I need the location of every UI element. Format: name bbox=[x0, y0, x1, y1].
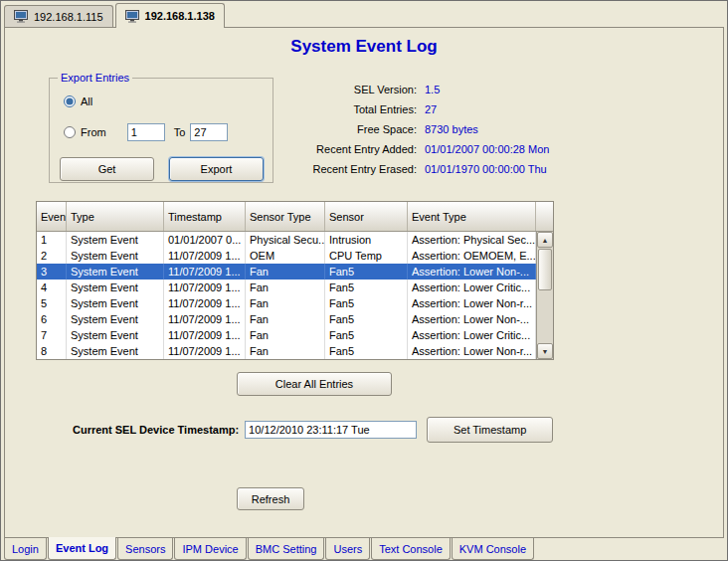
top-tab-192.168.1.138[interactable]: 192.168.1.138 bbox=[115, 3, 225, 28]
sel-info-label: Recent Entry Erased: bbox=[295, 163, 417, 175]
column-header-event-type[interactable]: Event Type bbox=[408, 202, 536, 231]
export-entries-group-label: Export Entries bbox=[58, 72, 132, 84]
column-header-sensor-type[interactable]: Sensor Type bbox=[246, 202, 325, 231]
table-vertical-scrollbar[interactable]: ▲ ▼ bbox=[536, 232, 553, 359]
export-entries-group: Export Entries All From To Get Export bbox=[49, 72, 273, 183]
table-cell: System Event bbox=[67, 311, 164, 327]
table-cell: Fan bbox=[246, 327, 325, 343]
top-tab-label: 192.168.1.115 bbox=[34, 11, 103, 23]
top-tab-192.168.1.115[interactable]: 192.168.1.115 bbox=[4, 5, 113, 27]
main-panel: System Event Log Export Entries All From… bbox=[4, 27, 724, 538]
tab-sensors[interactable]: Sensors bbox=[117, 538, 173, 560]
from-input[interactable] bbox=[127, 123, 165, 141]
timestamp-input[interactable] bbox=[245, 421, 417, 439]
event-table-body: 1System Event01/01/2007 0...Physical Sec… bbox=[37, 232, 536, 359]
scroll-down-icon[interactable]: ▼ bbox=[537, 343, 553, 359]
table-cell: Assertion: Lower Non-... bbox=[408, 264, 536, 280]
table-cell: 7 bbox=[37, 327, 67, 343]
table-cell: 11/07/2009 1... bbox=[164, 343, 246, 359]
column-header-type[interactable]: Type bbox=[67, 202, 164, 231]
all-radio[interactable] bbox=[64, 95, 76, 107]
table-row[interactable]: 7System Event11/07/2009 1...FanFan5Asser… bbox=[37, 327, 536, 343]
monitor-icon bbox=[125, 10, 140, 23]
table-cell: 5 bbox=[37, 295, 67, 311]
from-radio-option[interactable]: From bbox=[64, 126, 106, 138]
event-table-header: EventTypeTimestampSensor TypeSensorEvent… bbox=[37, 202, 553, 232]
sel-info-value: 01/01/2007 00:00:28 Mon bbox=[425, 143, 549, 155]
sel-info-label: Recent Entry Added: bbox=[295, 143, 417, 155]
sel-info-row: Free Space:8730 bytes bbox=[295, 119, 549, 139]
sel-info-row: Total Entries:27 bbox=[295, 99, 549, 119]
clear-all-entries-button[interactable]: Clear All Entries bbox=[237, 372, 392, 396]
table-row[interactable]: 6System Event11/07/2009 1...FanFan5Asser… bbox=[37, 311, 536, 327]
table-cell: 6 bbox=[37, 311, 67, 327]
table-cell: Assertion: Lower Critic... bbox=[408, 327, 536, 343]
table-cell: 8 bbox=[37, 343, 67, 359]
tab-bmc-setting[interactable]: BMC Setting bbox=[248, 538, 325, 560]
sel-info-value: 8730 bytes bbox=[425, 123, 478, 135]
tab-login[interactable]: Login bbox=[4, 538, 47, 560]
table-cell: 11/07/2009 1... bbox=[164, 248, 246, 264]
table-row[interactable]: 4System Event11/07/2009 1...FanFan5Asser… bbox=[37, 280, 536, 295]
sel-info-label: Total Entries: bbox=[295, 103, 417, 115]
sel-info-label: SEL Version: bbox=[295, 84, 417, 95]
table-cell: Assertion: Lower Critic... bbox=[408, 280, 536, 295]
tab-ipm-device[interactable]: IPM Device bbox=[174, 538, 246, 560]
from-radio[interactable] bbox=[64, 126, 76, 138]
tab-event-log[interactable]: Event Log bbox=[48, 537, 116, 560]
table-row[interactable]: 1System Event01/01/2007 0...Physical Sec… bbox=[37, 232, 536, 248]
tab-users[interactable]: Users bbox=[325, 538, 370, 560]
table-cell: Fan bbox=[246, 343, 325, 359]
table-cell: 11/07/2009 1... bbox=[164, 280, 246, 295]
refresh-button[interactable]: Refresh bbox=[237, 487, 304, 510]
table-cell: Intrusion bbox=[325, 232, 408, 248]
top-tab-strip: 192.168.1.115192.168.1.138 bbox=[1, 1, 727, 27]
tab-text-console[interactable]: Text Console bbox=[371, 538, 451, 560]
table-row[interactable]: 8System Event11/07/2009 1...FanFan5Asser… bbox=[37, 343, 536, 359]
table-cell: CPU Temp bbox=[325, 248, 408, 264]
export-button[interactable]: Export bbox=[169, 157, 264, 181]
table-cell: System Event bbox=[67, 232, 164, 248]
tab-kvm-console[interactable]: KVM Console bbox=[452, 538, 534, 560]
table-cell: 11/07/2009 1... bbox=[164, 327, 246, 343]
table-cell: System Event bbox=[67, 295, 164, 311]
timestamp-row: Current SEL Device Timestamp: Set Timest… bbox=[73, 417, 553, 443]
table-cell: Fan5 bbox=[325, 327, 408, 343]
sel-info-panel: SEL Version:1.5Total Entries:27Free Spac… bbox=[295, 80, 549, 179]
table-row[interactable]: 5System Event11/07/2009 1...FanFan5Asser… bbox=[37, 295, 536, 311]
event-table: EventTypeTimestampSensor TypeSensorEvent… bbox=[36, 201, 554, 360]
sel-info-value: 1.5 bbox=[425, 84, 440, 95]
top-tab-label: 192.168.1.138 bbox=[145, 10, 215, 22]
table-cell: System Event bbox=[67, 248, 164, 264]
scrollbar-thumb[interactable] bbox=[538, 249, 552, 290]
get-button[interactable]: Get bbox=[60, 157, 154, 181]
table-cell: Fan5 bbox=[325, 264, 408, 280]
from-radio-label: From bbox=[81, 126, 106, 138]
all-radio-option[interactable]: All bbox=[64, 95, 92, 107]
table-cell: 11/07/2009 1... bbox=[164, 311, 246, 327]
table-cell: 1 bbox=[37, 232, 67, 248]
table-row[interactable]: 3System Event11/07/2009 1...FanFan5Asser… bbox=[37, 264, 536, 280]
table-cell: Assertion: Physical Sec... bbox=[408, 232, 536, 248]
column-header-sensor[interactable]: Sensor bbox=[325, 202, 408, 231]
column-header-event[interactable]: Event bbox=[37, 202, 67, 231]
table-cell: Fan bbox=[246, 311, 325, 327]
sel-info-value: 01/01/1970 00:00:00 Thu bbox=[425, 163, 547, 175]
table-cell: Physical Secu... bbox=[246, 232, 325, 248]
table-cell: 01/01/2007 0... bbox=[164, 232, 246, 248]
set-timestamp-button[interactable]: Set Timestamp bbox=[427, 417, 553, 443]
table-cell: 11/07/2009 1... bbox=[164, 295, 246, 311]
table-cell: System Event bbox=[67, 280, 164, 295]
table-cell: System Event bbox=[67, 343, 164, 359]
scroll-up-icon[interactable]: ▲ bbox=[537, 232, 553, 248]
table-cell: Fan bbox=[246, 295, 325, 311]
table-cell: 3 bbox=[37, 264, 67, 280]
monitor-icon bbox=[14, 10, 29, 23]
table-cell: 11/07/2009 1... bbox=[164, 264, 246, 280]
table-cell: Fan bbox=[246, 280, 325, 295]
to-input[interactable] bbox=[190, 123, 228, 141]
sel-info-label: Free Space: bbox=[295, 123, 417, 135]
table-row[interactable]: 2System Event11/07/2009 1...OEMCPU TempA… bbox=[37, 248, 536, 264]
column-header-timestamp[interactable]: Timestamp bbox=[164, 202, 246, 231]
table-cell: 4 bbox=[37, 280, 67, 295]
